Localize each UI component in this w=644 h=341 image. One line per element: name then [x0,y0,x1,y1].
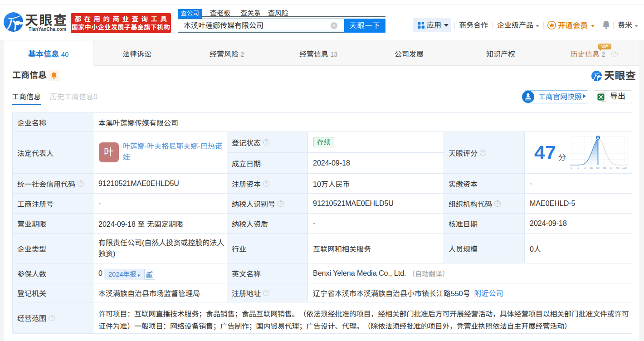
svg-text:100: 100 [622,166,627,169]
svg-text:1: 1 [577,166,579,169]
svg-text:15: 15 [590,166,593,169]
svg-text:99: 99 [616,166,620,169]
svg-text:85: 85 [603,166,606,169]
svg-text:0: 0 [571,166,572,169]
svg-text:97: 97 [610,166,613,169]
svg-text:3: 3 [584,166,586,169]
svg-text:50: 50 [596,166,600,169]
